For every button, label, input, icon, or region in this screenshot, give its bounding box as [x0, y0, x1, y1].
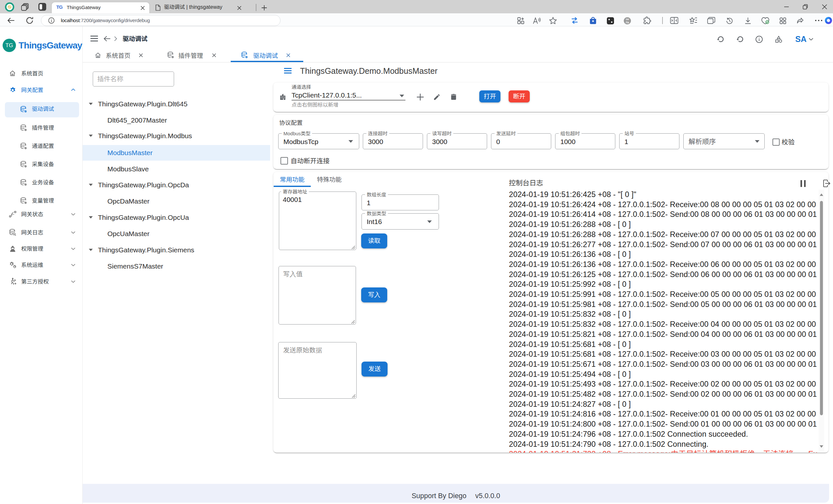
svg-text:Zip: Zip — [626, 21, 629, 24]
svg-text:Git: Git — [626, 18, 629, 21]
